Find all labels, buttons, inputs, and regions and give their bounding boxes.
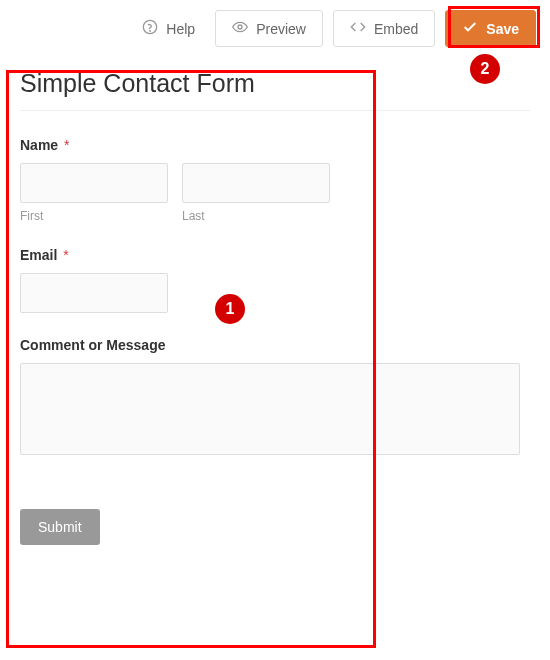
preview-button[interactable]: Preview [215, 10, 323, 47]
save-label: Save [486, 21, 519, 37]
name-label-text: Name [20, 137, 58, 153]
help-icon [142, 19, 158, 38]
code-icon [350, 19, 366, 38]
last-sublabel: Last [182, 209, 330, 223]
embed-button[interactable]: Embed [333, 10, 435, 47]
toolbar: Help Preview Embed Save [0, 0, 550, 57]
divider [20, 110, 530, 111]
form-title: Simple Contact Form [20, 69, 530, 98]
check-icon [462, 19, 478, 38]
save-button[interactable]: Save [445, 10, 536, 47]
required-mark: * [64, 137, 69, 153]
embed-label: Embed [374, 21, 418, 37]
first-name-input[interactable] [20, 163, 168, 203]
name-field: Name * First Last [20, 137, 530, 223]
comment-textarea[interactable] [20, 363, 520, 455]
first-sublabel: First [20, 209, 168, 223]
email-label: Email * [20, 247, 530, 263]
email-input[interactable] [20, 273, 168, 313]
submit-button[interactable]: Submit [20, 509, 100, 545]
svg-point-1 [150, 31, 151, 32]
comment-label: Comment or Message [20, 337, 530, 353]
form-builder-preview: Simple Contact Form Name * First Last Em… [0, 57, 550, 565]
help-label: Help [166, 21, 195, 37]
email-field: Email * [20, 247, 530, 313]
preview-label: Preview [256, 21, 306, 37]
last-name-input[interactable] [182, 163, 330, 203]
name-label: Name * [20, 137, 530, 153]
help-button[interactable]: Help [132, 11, 205, 46]
eye-icon [232, 19, 248, 38]
comment-field: Comment or Message [20, 337, 530, 459]
svg-point-2 [238, 25, 242, 29]
email-label-text: Email [20, 247, 57, 263]
required-mark: * [63, 247, 68, 263]
